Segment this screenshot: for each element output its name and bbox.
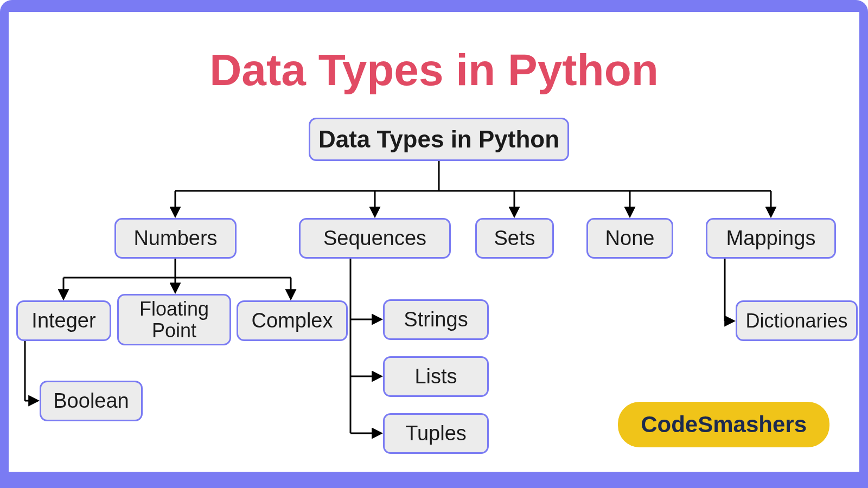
node-sequences: Sequences bbox=[299, 218, 451, 259]
node-dictionaries: Dictionaries bbox=[736, 300, 858, 341]
node-strings: Strings bbox=[383, 299, 489, 340]
node-root: Data Types in Python bbox=[309, 118, 569, 161]
node-boolean: Boolean bbox=[40, 381, 143, 421]
node-none: None bbox=[586, 218, 673, 259]
diagram-frame: Data Types in Python Data Types in Pytho… bbox=[0, 0, 868, 488]
node-lists: Lists bbox=[383, 356, 489, 397]
node-integer: Integer bbox=[16, 300, 111, 341]
node-complex: Complex bbox=[237, 300, 348, 341]
node-sets: Sets bbox=[475, 218, 554, 259]
page-title: Data Types in Python bbox=[9, 44, 859, 95]
node-mappings: Mappings bbox=[706, 218, 836, 259]
node-tuples: Tuples bbox=[383, 413, 489, 454]
brand-logo: CodeSmashers bbox=[618, 402, 829, 447]
node-floating-point: Floating Point bbox=[117, 294, 231, 345]
node-numbers: Numbers bbox=[114, 218, 237, 259]
